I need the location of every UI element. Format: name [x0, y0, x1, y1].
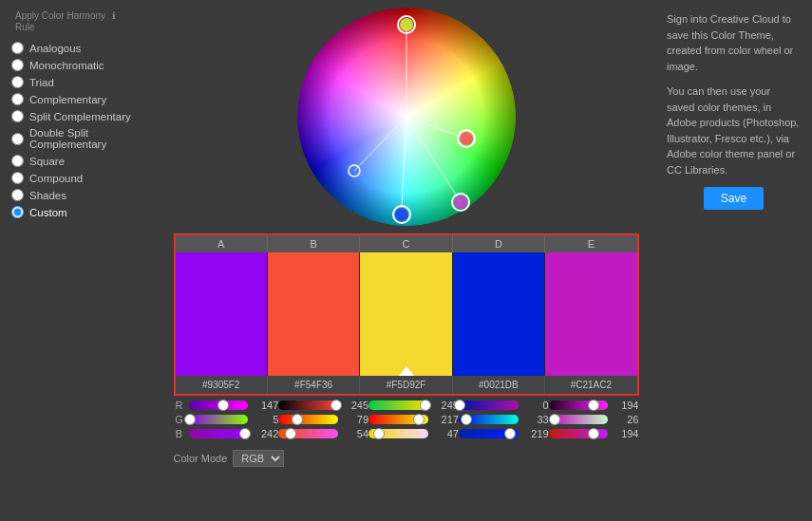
r-slider-e[interactable] — [549, 400, 609, 410]
g-slider-d[interactable] — [459, 415, 519, 424]
b-thumb-e[interactable] — [588, 428, 599, 439]
b-thumb-c[interactable] — [373, 428, 385, 439]
g-slider-c[interactable] — [368, 415, 428, 424]
color-wheel-container[interactable] — [297, 8, 516, 226]
swatch-headers: A B C D E — [176, 235, 637, 252]
right-panel-text2: You can then use your saved color themes… — [667, 84, 801, 177]
r-slider-c[interactable] — [368, 400, 428, 410]
g-thumb-b[interactable] — [292, 414, 303, 425]
right-panel-text1: Sign into Creative Cloud to save this Co… — [667, 11, 801, 74]
r-label: R — [174, 400, 185, 411]
swatch-code-c: #F5D92F — [360, 376, 452, 394]
r-slider-b[interactable] — [278, 400, 338, 410]
r-thumb-d[interactable] — [454, 400, 465, 411]
r-value-b: 245 — [342, 400, 368, 411]
color-mode-label: Color Mode — [174, 453, 228, 464]
b-value-e: 194 — [612, 428, 638, 439]
left-panel: Apply Color Harmony ℹ Rule Analogous Mon… — [0, 0, 157, 521]
g-value-e: 26 — [612, 414, 638, 425]
b-slider-e[interactable] — [549, 429, 609, 438]
swatch-c[interactable] — [360, 252, 452, 376]
g-thumb-e[interactable] — [549, 414, 560, 425]
g-value-c: 217 — [432, 414, 459, 425]
g-thumb-c[interactable] — [413, 414, 425, 425]
swatch-header-e: E — [545, 235, 636, 252]
r-value-d: 0 — [522, 400, 549, 411]
swatch-code-b: #F54F36 — [268, 376, 360, 394]
r-slider-row: R 147 245 245 0 194 — [174, 400, 639, 411]
r-slider-d[interactable] — [459, 400, 519, 410]
g-value-a: 5 — [252, 414, 278, 425]
g-value-b: 79 — [342, 414, 368, 425]
option-square[interactable]: Square — [11, 155, 145, 167]
g-slider-b[interactable] — [278, 415, 338, 424]
swatch-header-a: A — [176, 235, 268, 252]
option-shades[interactable]: Shades — [11, 189, 145, 201]
b-slider-d[interactable] — [459, 429, 519, 438]
b-slider-a[interactable] — [189, 429, 249, 438]
r-slider-a[interactable] — [189, 400, 249, 410]
g-slider-e[interactable] — [549, 415, 609, 424]
option-custom-label: Custom — [29, 207, 67, 218]
r-thumb-b[interactable] — [330, 400, 342, 411]
option-monochromatic-label: Monochromatic — [29, 60, 104, 71]
b-value-b: 54 — [342, 428, 368, 439]
swatch-header-d: D — [453, 235, 545, 252]
r-value-a: 147 — [252, 400, 278, 411]
b-value-a: 242 — [252, 428, 278, 439]
color-mode: Color Mode RGB — [174, 450, 639, 467]
rule-label: Rule — [15, 22, 35, 32]
center-panel: A B C D E #9305F2 #F54F36 #F5D92F #0021D… — [157, 0, 655, 521]
g-slider-a[interactable] — [189, 415, 249, 424]
active-swatch-indicator — [399, 366, 414, 376]
swatch-d[interactable] — [453, 252, 545, 376]
b-slider-row: B 242 54 47 219 194 — [174, 428, 639, 439]
option-double-split-label: Double Split Complementary — [29, 127, 145, 150]
r-thumb-e[interactable] — [588, 400, 599, 411]
b-slider-b[interactable] — [278, 429, 338, 438]
option-triad[interactable]: Triad — [11, 76, 145, 88]
swatch-header-c: C — [360, 235, 452, 252]
swatch-b[interactable] — [268, 252, 360, 376]
apply-label: Apply Color Harmony — [15, 10, 105, 21]
right-panel: Sign into Creative Cloud to save this Co… — [655, 0, 812, 521]
b-thumb-b[interactable] — [285, 428, 296, 439]
option-analogous-label: Analogous — [29, 43, 81, 54]
swatches[interactable] — [176, 252, 637, 376]
option-double-split-complementary[interactable]: Double Split Complementary — [11, 127, 145, 150]
option-shades-label: Shades — [29, 190, 66, 201]
option-custom[interactable]: Custom — [11, 206, 145, 218]
g-thumb-a[interactable] — [184, 414, 196, 425]
option-square-label: Square — [29, 156, 65, 167]
b-value-d: 219 — [522, 428, 549, 439]
swatch-header-b: B — [268, 235, 360, 252]
color-mode-select[interactable]: RGB — [233, 450, 284, 467]
b-slider-c[interactable] — [368, 429, 428, 438]
g-thumb-d[interactable] — [461, 414, 472, 425]
b-value-c: 47 — [432, 428, 459, 439]
option-monochromatic[interactable]: Monochromatic — [11, 59, 145, 71]
rgb-sliders: R 147 245 245 0 194 G — [174, 396, 639, 446]
b-thumb-d[interactable] — [504, 428, 516, 439]
r-thumb-a[interactable] — [217, 400, 229, 411]
option-compound-label: Compound — [29, 173, 83, 184]
option-compound[interactable]: Compound — [11, 172, 145, 184]
swatch-code-d: #0021DB — [453, 376, 545, 394]
option-analogous[interactable]: Analogous — [11, 42, 145, 54]
swatch-e[interactable] — [545, 252, 636, 376]
save-button[interactable]: Save — [704, 187, 764, 210]
option-complementary[interactable]: Complementary — [11, 93, 145, 105]
option-split-complementary[interactable]: Split Complementary — [11, 110, 145, 122]
swatch-codes: #9305F2 #F54F36 #F5D92F #0021DB #C21AC2 — [176, 376, 637, 394]
color-wheel[interactable] — [297, 8, 516, 226]
b-thumb-a[interactable] — [239, 428, 251, 439]
g-label: G — [174, 414, 185, 425]
g-value-d: 33 — [522, 414, 549, 425]
r-value-e: 194 — [612, 400, 638, 411]
r-thumb-c[interactable] — [420, 400, 431, 411]
swatches-container: A B C D E #9305F2 #F54F36 #F5D92F #0021D… — [174, 233, 639, 396]
option-complementary-label: Complementary — [29, 94, 106, 105]
option-triad-label: Triad — [29, 77, 54, 88]
swatch-code-a: #9305F2 — [176, 376, 268, 394]
swatch-a[interactable] — [176, 252, 268, 376]
